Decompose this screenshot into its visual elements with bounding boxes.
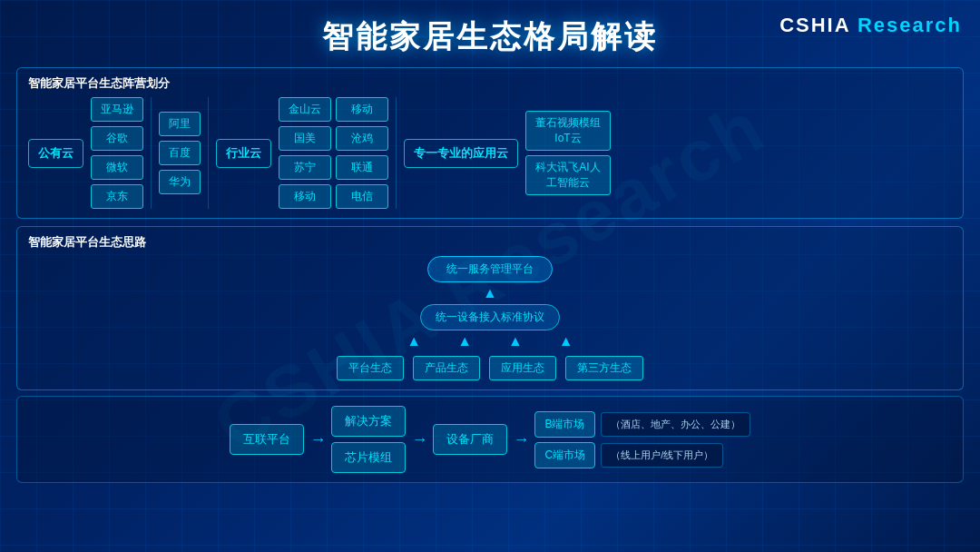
supply-stack: 解决方案 芯片模组 bbox=[331, 406, 406, 473]
chip-huawei: 华为 bbox=[159, 170, 201, 194]
arrow-up-4: ▲ bbox=[508, 334, 523, 349]
content-area: 智能家居平台生态阵营划分 公有云 亚马逊 谷歌 微软 京东 阿里 百度 华为 bbox=[0, 67, 980, 483]
platform-box: 统一服务管理平台 bbox=[427, 256, 553, 282]
chip-guomei: 国美 bbox=[279, 126, 331, 151]
supply-node-device: 设备厂商 bbox=[433, 424, 507, 455]
eco-chip-product: 产品生态 bbox=[413, 356, 480, 380]
eco-chips-row: 平台生态 产品生态 应用生态 第三方生态 bbox=[337, 356, 643, 380]
eco-chip-platform: 平台生态 bbox=[337, 356, 404, 380]
chip-suning: 苏宁 bbox=[279, 155, 331, 180]
supply-row: 互联平台 → 解决方案 芯片模组 → 设备厂商 → B端市场 （酒店、地产、办公… bbox=[32, 406, 948, 473]
industry-cloud-label: 行业云 bbox=[216, 139, 271, 168]
public-cloud-label: 公有云 bbox=[28, 139, 83, 168]
divider-3 bbox=[396, 97, 397, 209]
middle-section-label: 智能家居平台生态思路 bbox=[28, 234, 952, 251]
supply-section: 互联平台 → 解决方案 芯片模组 → 设备厂商 → B端市场 （酒店、地产、办公… bbox=[16, 396, 964, 483]
public-cloud-group: 公有云 bbox=[28, 139, 83, 168]
arrow-right-2: → bbox=[406, 431, 433, 448]
supply-node-solution: 解决方案 bbox=[331, 406, 406, 437]
chip-mobile1: 移动 bbox=[336, 97, 388, 122]
industry-cloud-chips: 金山云 移动 国美 沧鸡 苏宁 联通 移动 电信 bbox=[279, 97, 388, 209]
chip-mobile2: 移动 bbox=[279, 184, 331, 209]
market-b-desc: （酒店、地产、办公、公建） bbox=[601, 412, 750, 437]
chip-dongshi: 董石视频模组 IoT云 bbox=[525, 111, 611, 151]
market-c: C端市场 bbox=[534, 442, 595, 468]
industry-cloud-group: 行业云 bbox=[216, 139, 271, 168]
chip-liantong: 联通 bbox=[336, 155, 388, 180]
chip-amazon: 亚马逊 bbox=[91, 97, 143, 122]
arrow-up-5: ▲ bbox=[559, 334, 573, 349]
market-group: B端市场 （酒店、地产、办公、公建） C端市场 （线上用户/线下用户） bbox=[534, 411, 750, 468]
chip-microsoft: 微软 bbox=[91, 155, 143, 180]
top-section-label: 智能家居平台生态阵营划分 bbox=[28, 75, 952, 92]
market-row-b: B端市场 （酒店、地产、办公、公建） bbox=[534, 411, 750, 438]
chip-dianxin: 电信 bbox=[336, 184, 388, 209]
eco-chip-app: 应用生态 bbox=[489, 356, 556, 380]
chip-kedaxun: 科大讯飞AI人 工智能云 bbox=[525, 155, 611, 195]
protocol-box: 统一设备接入标准协议 bbox=[420, 304, 560, 330]
supply-node-chip: 芯片模组 bbox=[331, 442, 406, 473]
chip-jd: 京东 bbox=[91, 184, 143, 209]
chip-cangji: 沧鸡 bbox=[336, 126, 388, 151]
bottom-area: 智能家居平台生态思路 统一服务管理平台 ▲ 统一设备接入标准协议 ▲ ▲ ▲ ▲… bbox=[16, 226, 964, 483]
chip-jinshan: 金山云 bbox=[279, 97, 331, 122]
divider-1 bbox=[151, 97, 152, 209]
col2-chips: 阿里 百度 华为 bbox=[159, 112, 201, 194]
eco-chip-third: 第三方生态 bbox=[565, 356, 643, 380]
market-b: B端市场 bbox=[534, 411, 594, 438]
chip-ali: 阿里 bbox=[159, 112, 201, 136]
market-c-desc: （线上用户/线下用户） bbox=[601, 443, 723, 468]
supply-node-hulian: 互联平台 bbox=[230, 424, 304, 455]
market-row-c: C端市场 （线上用户/线下用户） bbox=[534, 442, 750, 468]
special-cloud-chips: 董石视频模组 IoT云 科大讯飞AI人 工智能云 bbox=[525, 111, 611, 194]
arrow-up-2: ▲ bbox=[407, 334, 421, 349]
chip-baidu: 百度 bbox=[159, 141, 201, 165]
arrow-right-3: → bbox=[507, 431, 534, 448]
arrow-up-3: ▲ bbox=[457, 334, 472, 349]
ecosystem-diagram: 统一服务管理平台 ▲ 统一设备接入标准协议 ▲ ▲ ▲ ▲ 平台生态 产品生态 … bbox=[28, 256, 952, 380]
top-section: 智能家居平台生态阵营划分 公有云 亚马逊 谷歌 微软 京东 阿里 百度 华为 bbox=[16, 67, 964, 219]
chip-google: 谷歌 bbox=[91, 126, 143, 151]
middle-section: 智能家居平台生态思路 统一服务管理平台 ▲ 统一设备接入标准协议 ▲ ▲ ▲ ▲… bbox=[16, 226, 964, 390]
special-cloud-label: 专一专业的应用云 bbox=[404, 139, 518, 168]
arrow-right-1: → bbox=[304, 431, 331, 448]
special-cloud-group: 专一专业的应用云 bbox=[404, 139, 518, 168]
page-title: 智能家居生态格局解读 bbox=[0, 0, 980, 67]
arrow-up-1: ▲ bbox=[483, 286, 497, 301]
divider-2 bbox=[208, 97, 209, 209]
arrow-up-group: ▲ ▲ ▲ ▲ bbox=[407, 334, 573, 349]
top-row: 公有云 亚马逊 谷歌 微软 京东 阿里 百度 华为 行业云 金山云 bbox=[28, 97, 952, 209]
public-cloud-chips: 亚马逊 谷歌 微软 京东 bbox=[91, 97, 143, 209]
